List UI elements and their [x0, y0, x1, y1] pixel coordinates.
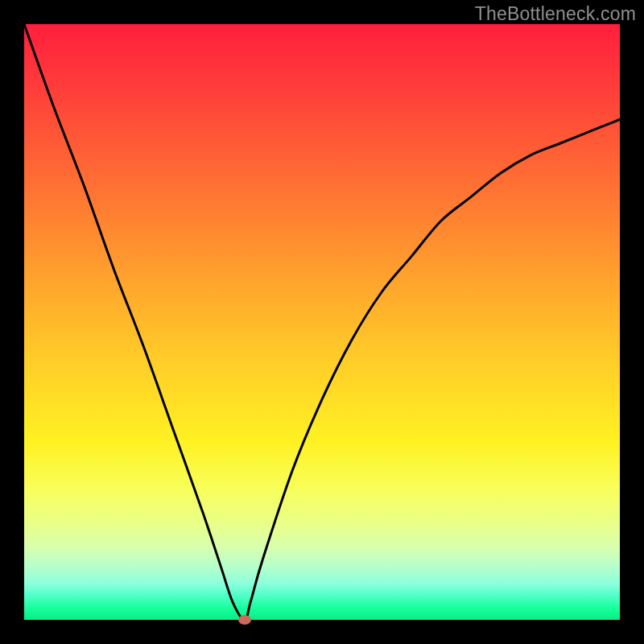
bottleneck-curve	[24, 24, 620, 620]
chart-frame: TheBottleneck.com	[0, 0, 644, 644]
watermark-text: TheBottleneck.com	[475, 3, 636, 25]
plot-area	[24, 24, 620, 620]
minimum-marker	[238, 615, 251, 625]
